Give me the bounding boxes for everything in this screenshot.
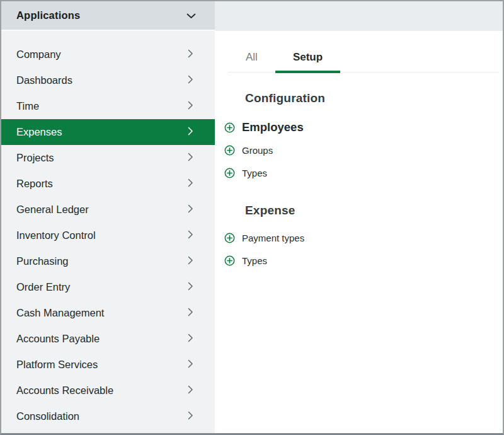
sidebar-item-time[interactable]: Time <box>1 93 215 119</box>
chevron-right-icon <box>188 281 193 293</box>
sidebar-item-cash-management[interactable]: Cash Management <box>1 300 215 326</box>
setup-item-groups[interactable]: Groups <box>224 145 490 156</box>
chevron-right-icon <box>188 74 193 86</box>
tab-setup[interactable]: Setup <box>275 45 340 72</box>
sidebar-item-label: Platform Services <box>16 359 188 371</box>
sidebar-item-inventory-control[interactable]: Inventory Control <box>1 223 215 248</box>
applications-sidebar: Applications Company Dashboards Time Exp… <box>1 1 215 433</box>
chevron-right-icon <box>188 178 193 190</box>
sidebar-item-company[interactable]: Company <box>1 42 215 67</box>
plus-circle-icon[interactable] <box>224 168 235 178</box>
sidebar-item-reports[interactable]: Reports <box>1 171 215 197</box>
applications-window: Applications Company Dashboards Time Exp… <box>0 0 504 435</box>
setup-item-label[interactable]: Types <box>242 168 267 178</box>
sidebar-item-label: Accounts Payable <box>16 333 188 345</box>
sidebar-item-general-ledger[interactable]: General Ledger <box>1 197 215 223</box>
setup-item-types-expense[interactable]: Types <box>224 255 490 266</box>
sidebar-item-label: Dashboards <box>16 74 188 86</box>
sidebar-item-label: Inventory Control <box>16 229 188 241</box>
applications-nav: Company Dashboards Time Expenses Project… <box>1 31 215 429</box>
sidebar-item-accounts-payable[interactable]: Accounts Payable <box>1 326 215 352</box>
chevron-right-icon <box>188 229 193 241</box>
sidebar-item-accounts-receivable[interactable]: Accounts Receivable <box>1 378 215 403</box>
sidebar-item-platform-services[interactable]: Platform Services <box>1 352 215 378</box>
setup-item-label[interactable]: Types <box>242 255 267 266</box>
setup-content: Configuration Employees Groups Types <box>215 72 503 266</box>
chevron-right-icon <box>188 204 193 216</box>
setup-item-employees[interactable]: Employees <box>224 120 490 134</box>
sidebar-item-label: Order Entry <box>16 281 188 293</box>
chevron-right-icon <box>188 126 193 138</box>
sidebar-item-label: Expenses <box>16 126 188 138</box>
sidebar-item-label: Time <box>16 100 188 112</box>
chevron-right-icon <box>188 255 193 267</box>
chevron-right-icon <box>188 410 193 422</box>
sidebar-item-purchasing[interactable]: Purchasing <box>1 248 215 274</box>
sidebar-item-order-entry[interactable]: Order Entry <box>1 274 215 300</box>
expenses-menu-panel: All Setup Configuration Employees Groups <box>215 1 503 433</box>
applications-title: Applications <box>16 9 80 21</box>
tab-bar: All Setup <box>228 45 499 72</box>
sidebar-item-dashboards[interactable]: Dashboards <box>1 67 215 93</box>
plus-circle-icon[interactable] <box>224 233 235 243</box>
sidebar-item-label: General Ledger <box>16 204 188 216</box>
section-heading-configuration: Configuration <box>245 91 490 105</box>
chevron-down-icon <box>186 10 196 21</box>
sidebar-item-label: Projects <box>16 152 188 164</box>
sidebar-item-label: Reports <box>16 178 188 190</box>
sidebar-item-label: Company <box>16 49 188 61</box>
chevron-right-icon <box>188 385 193 397</box>
setup-item-types-configuration[interactable]: Types <box>224 168 490 178</box>
chevron-right-icon <box>188 359 193 371</box>
applications-menu-header[interactable]: Applications <box>1 1 215 31</box>
sidebar-item-projects[interactable]: Projects <box>1 145 215 171</box>
sidebar-item-label: Purchasing <box>16 255 188 267</box>
setup-item-payment-types[interactable]: Payment types <box>224 233 490 243</box>
sidebar-item-label: Cash Management <box>16 307 188 319</box>
chevron-right-icon <box>188 307 193 319</box>
sidebar-item-expenses[interactable]: Expenses <box>1 119 215 145</box>
plus-circle-icon[interactable] <box>224 255 235 266</box>
chevron-right-icon <box>188 333 193 345</box>
setup-item-label[interactable]: Groups <box>242 145 273 156</box>
setup-item-label[interactable]: Payment types <box>242 233 304 243</box>
sidebar-item-consolidation[interactable]: Consolidation <box>1 403 215 429</box>
sidebar-item-label: Consolidation <box>16 410 188 422</box>
top-strip <box>215 1 503 31</box>
chevron-right-icon <box>188 49 193 61</box>
tab-all[interactable]: All <box>228 45 275 72</box>
plus-circle-icon[interactable] <box>224 145 235 156</box>
plus-circle-icon[interactable] <box>224 122 235 133</box>
chevron-right-icon <box>188 100 193 112</box>
chevron-right-icon <box>188 152 193 164</box>
section-heading-expense: Expense <box>245 204 490 218</box>
sidebar-item-label: Accounts Receivable <box>16 385 188 397</box>
setup-item-label[interactable]: Employees <box>242 120 304 134</box>
